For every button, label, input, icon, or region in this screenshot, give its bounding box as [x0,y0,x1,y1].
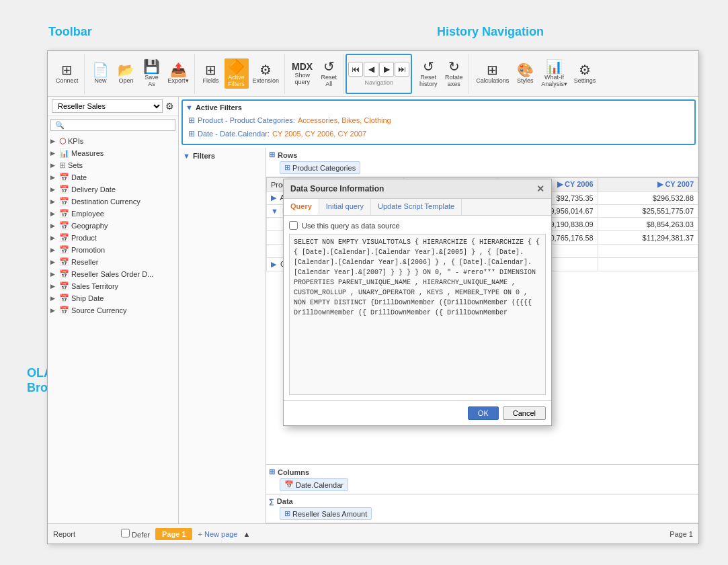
defer-checkbox[interactable] [121,529,130,537]
columns-chip[interactable]: 📅 Date.Calendar [280,478,348,491]
tree-item-product[interactable]: ▶ 📅 Product [48,232,178,244]
page-tab-1[interactable]: Page 1 [155,528,192,540]
app-window: ⊞ Connect 📄 New 📂 Open 💾 Save As [47,50,699,544]
reset-all-button[interactable]: ↺ Reset All [317,58,341,89]
filter-panel-title: ▼ Filters [181,150,263,161]
fields-button[interactable]: ⊞ Fields [199,62,223,85]
use-query-checkbox[interactable] [289,221,298,230]
filter-funnel-icon: ▼ [186,103,193,112]
sets-icon: ⊞ [59,161,66,170]
toolbar-group-view: ⊞ Fields 🔶 Active Filters ⚙ Extension [196,54,286,94]
filter-tag-date[interactable]: ⊞ Date - Date.Calendar: CY 2005, CY 2006… [186,128,692,140]
tree-item-ship-date[interactable]: ▶ 📅 Ship Date [48,292,178,304]
toolbar-group-connect: ⊞ Connect [50,54,85,94]
fields-icon: ⊞ [205,63,216,77]
nav-buttons: ⏮ ◀ ▶ ⏭ [348,62,409,77]
checkbox-row: Use this query as data source [289,221,546,230]
expand-clothing[interactable]: ▶ [271,260,276,268]
tree-item-date[interactable]: ▶ 📅 Date [48,171,178,183]
tree-label-dest-currency: Destination Currency [71,198,140,206]
data-chip[interactable]: ⊞ Reseller Sales Amount [280,507,372,520]
new-page-button[interactable]: + New page [198,530,237,538]
tree-item-geography[interactable]: ▶ 📅 Geography [48,220,178,232]
page-up-arrow[interactable]: ▲ [243,530,250,538]
nav-last-button[interactable]: ⏭ [395,62,409,77]
rows-chip[interactable]: ⊞ Product Categories [280,161,360,174]
tree-arrow-geography: ▶ [50,222,57,229]
columns-section: ⊞ Columns 📅 Date.Calendar [266,464,698,494]
expand-bikes[interactable]: ▼ [271,207,278,215]
cube-dropdown[interactable]: Reseller Sales [52,99,163,113]
what-if-button[interactable]: 📊 What-If Analysis▾ [538,58,570,89]
active-filters-button[interactable]: 🔶 Active Filters [225,58,249,89]
col-header-cy2007: ▶ CY 2007 [598,178,698,191]
connect-button[interactable]: ⊞ Connect [53,62,81,85]
nav-prev-button[interactable]: ◀ [364,62,378,77]
panel-settings-icon[interactable]: ⚙ [165,101,174,112]
date-icon: 📅 [59,173,69,182]
dialog-tabs: Query Initial query Update Script Templa… [284,199,551,216]
tree-item-dest-currency[interactable]: ▶ 📅 Destination Currency [48,195,178,208]
analysis-buttons-row: ⊞ Calculations 🎨 Styles 📊 What-If Analys… [473,58,598,89]
tree-item-reseller[interactable]: ▶ 📅 Reseller [48,256,178,268]
tree-arrow-kpis: ▶ [50,138,57,144]
styles-button[interactable]: 🎨 Styles [513,62,537,85]
dialog-tab-initial[interactable]: Initial query [319,199,371,215]
tree-item-promotion[interactable]: ▶ 📅 Promotion [48,244,178,256]
calculations-button[interactable]: ⊞ Calculations [473,62,512,85]
new-icon: 📄 [92,63,109,77]
tree-arrow-employee: ▶ [50,210,57,217]
annotation-toolbar: Toolbar [48,25,92,40]
search-input[interactable] [50,119,175,131]
tree-item-reseller-sales-order[interactable]: ▶ 📅 Reseller Sales Order D... [48,268,178,280]
data-chip-icon: ⊞ [284,509,290,518]
new-button[interactable]: 📄 New [89,62,113,85]
nav-first-button[interactable]: ⏮ [348,62,363,77]
export-button[interactable]: 📤 Export▾ [165,62,192,85]
ok-button[interactable]: OK [468,406,499,420]
active-filters-title: ▼ Active Filters [186,103,692,112]
tree-area: ▶ ⬡ KPIs ▶ 📊 Measures ▶ ⊞ Sets ▶ 📅 [48,134,178,523]
dialog-close-button[interactable]: ✕ [536,183,544,194]
filter-tag-product[interactable]: ⊞ Product - Product Categories: Accessor… [186,114,692,126]
query-text-area[interactable]: SELECT NON EMPTY VISUALTOTALS { HIERARCH… [289,234,546,395]
filter-panel-icon: ▼ [183,152,190,160]
dialog-tab-query[interactable]: Query [284,199,319,215]
tree-arrow-rso: ▶ [50,271,57,277]
tree-item-sales-territory[interactable]: ▶ 📅 Sales Territory [48,280,178,292]
reset-history-button[interactable]: ↺ Reset history [416,58,440,89]
tree-item-source-currency[interactable]: ▶ 📅 Source Currency [48,304,178,316]
tree-item-sets[interactable]: ▶ ⊞ Sets [48,159,178,171]
data-title: ∑ Data [269,497,696,505]
toolbar-group-navigation: ⏮ ◀ ▶ ⏭ Navigation [346,54,412,94]
save-as-button[interactable]: 💾 Save As [140,58,164,89]
tree-item-employee[interactable]: ▶ 📅 Employee [48,208,178,220]
filter-side-panel: ▼ Filters [179,148,266,523]
tree-item-measures[interactable]: ▶ 📊 Measures [48,147,178,159]
data-section: ∑ Data ⊞ Reseller Sales Amount [266,494,698,523]
tree-label-kpis: KPIs [68,137,83,145]
calculations-icon: ⊞ [487,63,498,77]
show-query-button[interactable]: MDX Show query [289,60,315,87]
tree-item-delivery-date[interactable]: ▶ 📅 Delivery Date [48,183,178,195]
bikes-cy2007: $25,551,775.07 [598,205,698,218]
page-label: Page 1 [670,530,693,538]
tree-item-kpis[interactable]: ▶ ⬡ KPIs [48,135,178,147]
defer-checkbox-container: Defer [121,529,150,539]
employee-icon: 📅 [59,209,69,218]
filter-label-product: Product - Product Categories: [198,116,295,124]
columns-chip-icon: 📅 [284,480,294,489]
expand-accessories[interactable]: ▶ [271,193,276,202]
open-button[interactable]: 📂 Open [114,62,138,85]
cancel-button[interactable]: Cancel [503,406,546,420]
tree-label-rso: Reseller Sales Order D... [71,270,153,278]
rotate-axes-button[interactable]: ↻ Rotate axes [442,58,466,89]
extension-button[interactable]: ⚙ Extension [250,62,282,85]
tree-label-measures: Measures [71,149,104,157]
dialog-tab-update[interactable]: Update Script Template [371,199,462,215]
tree-arrow-promotion: ▶ [50,247,57,253]
toolbar-group-query: MDX Show query ↺ Reset All [286,54,344,94]
nav-next-button[interactable]: ▶ [379,62,394,77]
settings-icon: ⚙ [579,63,591,77]
settings-button[interactable]: ⚙ Settings [571,62,599,85]
